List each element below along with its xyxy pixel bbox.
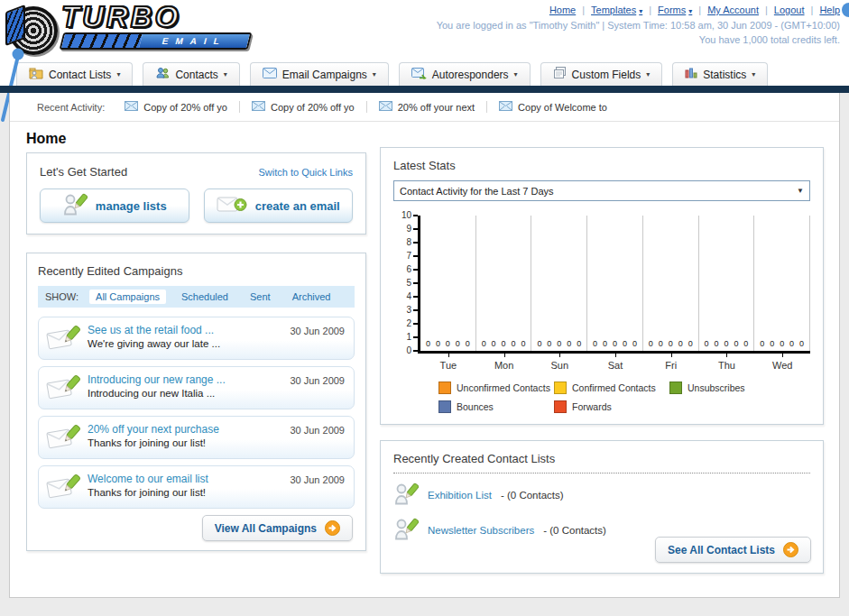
contacts-icon — [155, 67, 170, 82]
chart-value-label: 0 — [632, 339, 637, 348]
chart-value-label: 0 — [482, 339, 486, 348]
chart-y-axis: 109876543210 — [393, 216, 418, 351]
contact-list-item[interactable]: Exhibition List- (0 Contacts) — [393, 482, 810, 509]
chevron-down-icon: ▾ — [688, 7, 692, 15]
arrow-circle-icon — [325, 520, 340, 536]
recent-activity-item[interactable]: Copy of 20% off yo — [239, 101, 355, 113]
campaign-row[interactable]: Welcome to our email listThanks for join… — [38, 465, 355, 509]
legend-swatch — [438, 382, 451, 394]
latest-stats-title: Latest Stats — [393, 159, 810, 172]
chart-value-label: 0 — [649, 339, 653, 348]
nav-link-home[interactable]: Home — [549, 5, 576, 15]
x-tick-label: Fri — [643, 354, 699, 371]
x-tick-label: Wed — [754, 354, 810, 371]
tab-label: Contacts — [175, 69, 217, 81]
tab-contact-lists[interactable]: Contact Lists▾ — [16, 62, 133, 86]
main-nav-tabs: Contact Lists▾Contacts▾Email Campaigns▾A… — [16, 62, 768, 86]
chart-value-label: 0 — [521, 339, 525, 348]
filter-all-campaigns[interactable]: All Campaigns — [89, 290, 166, 304]
header-nav: Home|Templates▾|Forms▾|My Account|Logout… — [437, 5, 840, 15]
manage-lists-button[interactable]: manage lists — [40, 188, 189, 223]
page-title: Home — [26, 131, 66, 147]
filter-archived[interactable]: Archived — [286, 290, 337, 304]
campaign-row[interactable]: See us at the retail food ...We're givin… — [38, 317, 355, 360]
y-tick-value: 10 — [401, 210, 411, 221]
chart-value-label: 0 — [603, 339, 607, 348]
y-tick-value: 6 — [406, 264, 411, 275]
nav-link-my-account[interactable]: My Account — [707, 5, 759, 15]
stats-period-select[interactable]: Contact Activity for the Last 7 Days ▼ — [393, 180, 810, 201]
campaign-filter-bar: SHOW: All CampaignsScheduledSentArchived — [38, 286, 355, 308]
tab-label: Autoresponders — [432, 69, 509, 81]
y-tick-mark — [413, 255, 418, 257]
tab-autoresponders[interactable]: Autoresponders▾ — [399, 62, 531, 86]
campaign-title-link[interactable]: Introducing our new range ... — [88, 373, 274, 386]
chart-value-label: 0 — [688, 339, 693, 348]
legend-label: Forwards — [572, 401, 612, 412]
tab-custom-fields[interactable]: Custom Fields▾ — [540, 62, 663, 86]
legend-swatch — [554, 400, 567, 413]
filter-scheduled[interactable]: Scheduled — [175, 290, 235, 304]
recent-activity-item[interactable]: Copy of Welcome to — [486, 101, 607, 113]
see-all-contact-lists-button[interactable]: See All Contact Lists — [655, 537, 811, 563]
filter-sent[interactable]: Sent — [244, 290, 277, 304]
contact-list-link[interactable]: Exhibition List — [428, 490, 492, 501]
campaign-row[interactable]: 20% off your next purchaseThanks for joi… — [38, 416, 355, 459]
y-tick-value: 1 — [406, 332, 411, 343]
nav-separator: | — [765, 5, 768, 15]
nav-link-forms[interactable]: Forms▾ — [658, 5, 692, 15]
campaign-row[interactable]: Introducing our new range ...Introducing… — [38, 366, 355, 409]
y-tick-mark — [413, 242, 418, 244]
recent-activity-item[interactable]: Copy of 20% off yo — [125, 101, 227, 113]
nav-link-help[interactable]: Help — [819, 5, 840, 15]
campaign-title-link[interactable]: See us at the retail food ... — [88, 324, 274, 336]
contact-lists-panel: Recently Created Contact Lists Exhibitio… — [380, 440, 824, 574]
chart-value-label: 0 — [678, 339, 683, 348]
envelope-pencil-icon — [45, 372, 81, 407]
nav-link-logout[interactable]: Logout — [774, 5, 805, 15]
recent-activity-label: Recent Activity: — [37, 102, 105, 113]
chart-value-label: 0 — [436, 339, 440, 348]
contact-list-link[interactable]: Newsletter Subscribers — [428, 525, 534, 536]
contact-list-count: - (0 Contacts) — [501, 490, 564, 501]
chevron-down-icon: ▾ — [514, 70, 518, 78]
y-tick-label: 10 — [401, 210, 418, 221]
chart-day-column: 00000 — [476, 216, 532, 351]
chart-value-label: 0 — [567, 339, 571, 348]
campaign-title-link[interactable]: Welcome to our email list — [88, 473, 274, 485]
contact-lists-icon — [29, 67, 43, 82]
manage-lists-label: manage lists — [96, 199, 167, 213]
nav-separator: | — [582, 5, 585, 15]
nav-link-templates[interactable]: Templates▾ — [591, 5, 642, 15]
logo-subtitle-bar: EMAIL — [60, 32, 253, 50]
switch-quick-links-link[interactable]: Switch to Quick Links — [258, 167, 353, 178]
chart-value-label: 0 — [743, 339, 748, 348]
app-screen: TURBO EMAIL Home|Templates▾|Forms▾|My Ac… — [0, 0, 849, 616]
chevron-down-icon: ▾ — [373, 70, 376, 78]
legend-item-confirmed-contacts: Confirmed Contacts — [554, 382, 669, 394]
campaign-title-link[interactable]: 20% off your next purchase — [88, 423, 274, 436]
campaign-subtitle: We're giving away our late ... — [88, 338, 274, 349]
chart-value-label: 0 — [760, 339, 764, 348]
create-an-email-button[interactable]: create an email — [204, 188, 354, 223]
y-tick-value: 7 — [406, 251, 411, 262]
create-an-email-label: create an email — [255, 199, 340, 213]
chart-value-label: 0 — [537, 339, 541, 348]
chevron-down-icon: ▾ — [752, 70, 755, 78]
recent-activity-item[interactable]: 20% off your next — [366, 101, 475, 113]
view-all-campaigns-button[interactable]: View All Campaigns — [202, 515, 353, 541]
tab-email-campaigns[interactable]: Email Campaigns▾ — [250, 62, 389, 86]
campaign-subtitle: Thanks for joining our list! — [88, 437, 274, 448]
tab-contacts[interactable]: Contacts▾ — [143, 62, 239, 86]
recent-activity-item-label: Copy of 20% off yo — [271, 102, 355, 113]
y-tick-mark — [413, 215, 418, 216]
chart-value-label: 0 — [705, 339, 709, 348]
autoresponders-icon — [411, 68, 427, 82]
chart-plot-area: 00000000000000000000000000000000000 — [418, 216, 810, 354]
chart-value-label: 0 — [557, 339, 561, 348]
tab-statistics[interactable]: Statistics▾ — [672, 62, 768, 86]
campaign-subtitle: Thanks for joining our list! — [88, 487, 274, 498]
y-tick-value: 5 — [406, 278, 411, 289]
turbo-email-logo: TURBO EMAIL — [9, 3, 250, 55]
legend-swatch — [669, 382, 682, 394]
